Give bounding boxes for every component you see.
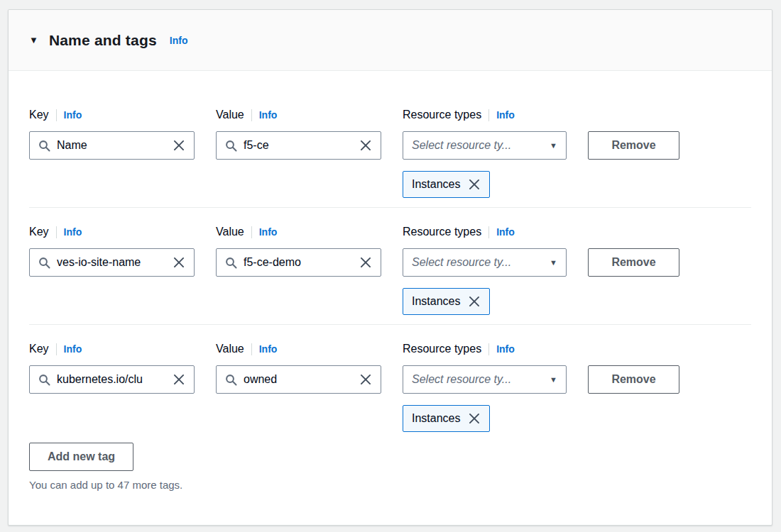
value-label: Value: [216, 108, 244, 122]
tag-row: Key Info Value Info Resource types Info: [29, 108, 751, 198]
clear-icon: [173, 139, 185, 152]
resource-types-label-group: Resource types Info: [403, 225, 567, 239]
key-info-link[interactable]: Info: [64, 109, 82, 121]
resource-types-label-group: Resource types Info: [403, 342, 567, 356]
resource-types-label-group: Resource types Info: [403, 108, 567, 122]
select-placeholder: Select resource ty...: [412, 139, 511, 152]
section-info-link[interactable]: Info: [170, 35, 188, 46]
key-info-link[interactable]: Info: [64, 226, 82, 238]
key-input[interactable]: [57, 139, 167, 152]
section-title: Name and tags: [49, 32, 157, 49]
row-divider: [29, 324, 751, 325]
key-input-box: [29, 248, 195, 277]
value-info-link[interactable]: Info: [259, 343, 278, 355]
label-divider: [56, 226, 57, 238]
tags-remaining-note: You can add up to 47 more tags.: [29, 479, 751, 491]
caret-down-icon: ▼: [550, 142, 557, 150]
resource-type-token: Instances: [403, 171, 490, 198]
clear-key-button[interactable]: [173, 139, 185, 152]
value-input[interactable]: [244, 256, 354, 269]
value-input[interactable]: [244, 139, 354, 152]
token-label: Instances: [412, 295, 460, 308]
add-new-tag-button[interactable]: Add new tag: [29, 443, 133, 471]
resource-types-label: Resource types: [403, 108, 481, 122]
tag-row: Key Info Value Info Resource types Info: [29, 342, 751, 432]
resource-type-token: Instances: [403, 288, 490, 315]
label-divider: [251, 343, 252, 355]
search-icon: [38, 257, 50, 269]
value-input[interactable]: [244, 373, 354, 386]
remove-tag-button[interactable]: Remove: [588, 248, 679, 277]
key-info-link[interactable]: Info: [64, 343, 82, 355]
clear-icon: [359, 373, 372, 386]
caret-down-icon: ▼: [550, 259, 557, 267]
label-divider: [251, 226, 252, 238]
token-dismiss-button[interactable]: [468, 178, 481, 191]
value-label-group: Value Info: [216, 225, 381, 239]
clear-key-button[interactable]: [173, 373, 185, 386]
section-collapse-caret-icon[interactable]: ▼: [29, 35, 38, 45]
token-label: Instances: [412, 412, 460, 425]
clear-value-button[interactable]: [359, 373, 372, 386]
name-and-tags-section: ▼ Name and tags Info Key Info Value Info…: [8, 9, 772, 526]
value-info-link[interactable]: Info: [259, 226, 278, 238]
token-row: Instances: [403, 171, 751, 198]
token-row: Instances: [403, 405, 751, 432]
resource-types-select[interactable]: Select resource ty... ▼: [403, 365, 567, 394]
row-divider: [29, 207, 751, 208]
section-footer: Add new tag You can add up to 47 more ta…: [29, 443, 751, 491]
clear-icon: [173, 373, 185, 386]
search-icon: [225, 257, 237, 269]
key-input-box: [29, 365, 195, 394]
key-input[interactable]: [57, 373, 167, 386]
clear-icon: [173, 256, 185, 269]
select-placeholder: Select resource ty...: [412, 373, 511, 386]
clear-icon: [359, 256, 372, 269]
token-dismiss-button[interactable]: [468, 295, 481, 308]
caret-down-icon: ▼: [550, 376, 557, 384]
resource-types-select[interactable]: Select resource ty... ▼: [403, 131, 567, 160]
value-input-box: [216, 131, 381, 160]
label-divider: [488, 226, 489, 238]
dismiss-icon: [468, 412, 481, 425]
dismiss-icon: [468, 295, 481, 308]
remove-tag-button[interactable]: Remove: [588, 365, 679, 394]
clear-key-button[interactable]: [173, 256, 185, 269]
key-input-box: [29, 131, 195, 160]
label-divider: [251, 109, 252, 121]
key-label-group: Key Info: [29, 108, 195, 122]
value-input-box: [216, 365, 381, 394]
remove-tag-button[interactable]: Remove: [588, 131, 679, 160]
resource-types-info-link[interactable]: Info: [496, 109, 515, 121]
search-icon: [38, 140, 50, 152]
select-placeholder: Select resource ty...: [412, 256, 511, 269]
token-row: Instances: [403, 288, 751, 315]
token-dismiss-button[interactable]: [468, 412, 481, 425]
clear-icon: [359, 139, 372, 152]
resource-types-info-link[interactable]: Info: [496, 343, 515, 355]
value-info-link[interactable]: Info: [259, 109, 278, 121]
resource-type-token: Instances: [403, 405, 490, 432]
section-header[interactable]: ▼ Name and tags Info: [9, 10, 772, 71]
label-divider: [56, 109, 57, 121]
token-label: Instances: [412, 178, 460, 191]
key-label-group: Key Info: [29, 225, 195, 239]
search-icon: [225, 140, 237, 152]
search-icon: [38, 374, 50, 386]
tag-row: Key Info Value Info Resource types Info: [29, 225, 751, 315]
label-divider: [488, 109, 489, 121]
clear-value-button[interactable]: [359, 139, 372, 152]
section-content: Key Info Value Info Resource types Info: [9, 71, 772, 491]
value-label-group: Value Info: [216, 108, 381, 122]
resource-types-info-link[interactable]: Info: [496, 226, 515, 238]
key-input[interactable]: [57, 256, 167, 269]
key-label: Key: [29, 108, 49, 122]
resource-types-label: Resource types: [403, 225, 481, 239]
label-divider: [488, 343, 489, 355]
clear-value-button[interactable]: [359, 256, 372, 269]
key-label-group: Key Info: [29, 342, 195, 356]
value-input-box: [216, 248, 381, 277]
value-label: Value: [216, 225, 244, 239]
key-label: Key: [29, 342, 49, 356]
resource-types-select[interactable]: Select resource ty... ▼: [403, 248, 567, 277]
